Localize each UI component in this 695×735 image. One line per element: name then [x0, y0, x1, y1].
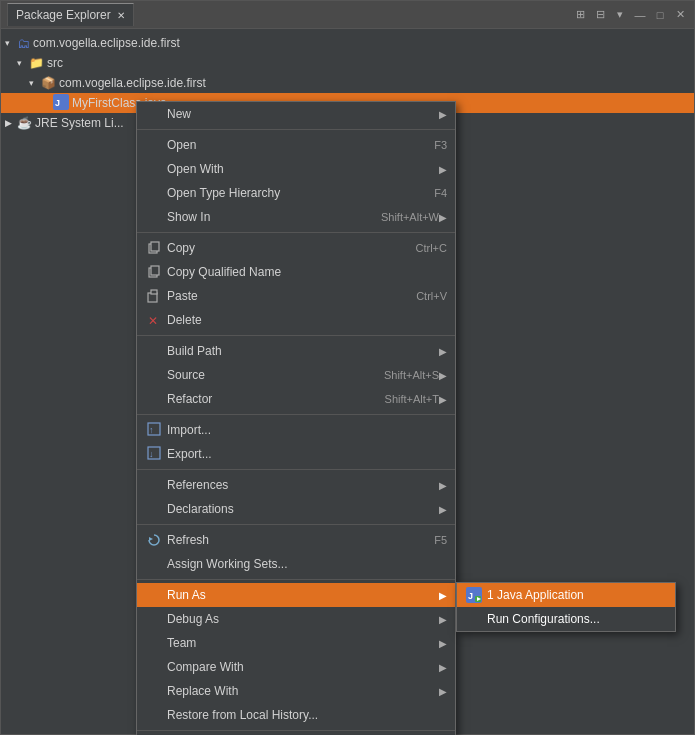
- menu-item-copy-qualified[interactable]: Copy Qualified Name: [137, 260, 455, 284]
- svg-text:✕: ✕: [148, 314, 158, 327]
- submenu-item-java-app[interactable]: J 1 Java Application: [457, 583, 675, 607]
- separator: [137, 579, 455, 580]
- separator: [137, 129, 455, 130]
- view-menu-icon[interactable]: ⊟: [592, 7, 608, 23]
- menu-item-replace-with[interactable]: Replace With ▶: [137, 679, 455, 703]
- tree-item-label: com.vogella.eclipse.ide.first: [59, 76, 206, 90]
- menu-item-show-in[interactable]: Show In Shift+Alt+W ▶: [137, 205, 455, 229]
- menu-label: New: [167, 107, 439, 121]
- source-icon: [145, 366, 163, 384]
- menu-label: Compare With: [167, 660, 439, 674]
- menu-label: Copy: [167, 241, 400, 255]
- menu-label: Declarations: [167, 502, 439, 516]
- maximize-icon[interactable]: □: [652, 7, 668, 23]
- menu-label: Open: [167, 138, 418, 152]
- menu-item-open-with[interactable]: Open With ▶: [137, 157, 455, 181]
- menu-item-build-path[interactable]: Build Path ▶: [137, 339, 455, 363]
- menu-item-new[interactable]: New ▶: [137, 102, 455, 126]
- menu-label: Import...: [167, 423, 447, 437]
- expand-arrow: ▶: [5, 118, 17, 128]
- menu-item-open[interactable]: Open F3: [137, 133, 455, 157]
- menu-label: Open With: [167, 162, 439, 176]
- menu-label: Show In: [167, 210, 365, 224]
- expand-arrow: ▾: [17, 58, 29, 68]
- copy-qualified-icon: [145, 263, 163, 281]
- tree-item-src[interactable]: ▾ 📁 src: [1, 53, 694, 73]
- menu-item-delete[interactable]: ✕ Delete: [137, 308, 455, 332]
- debug-as-icon: [145, 610, 163, 628]
- import-icon: ↑: [145, 421, 163, 439]
- dropdown-icon[interactable]: ▾: [612, 7, 628, 23]
- shortcut: F3: [434, 139, 447, 151]
- menu-item-restore-local[interactable]: Restore from Local History...: [137, 703, 455, 727]
- delete-icon: ✕: [145, 311, 163, 329]
- java-app-icon: J: [465, 586, 483, 604]
- open-with-icon: [145, 160, 163, 178]
- submenu-arrow: ▶: [439, 504, 447, 515]
- separator: [137, 414, 455, 415]
- tree-item-label: com.vogella.eclipse.ide.first: [33, 36, 180, 50]
- menu-item-references[interactable]: References ▶: [137, 473, 455, 497]
- separator: [137, 469, 455, 470]
- menu-item-import[interactable]: ↑ Import...: [137, 418, 455, 442]
- shortcut: F5: [434, 534, 447, 546]
- submenu-arrow: ▶: [439, 614, 447, 625]
- paste-icon: [145, 287, 163, 305]
- menu-label: Build Path: [167, 344, 439, 358]
- references-icon: [145, 476, 163, 494]
- tab-close-icon[interactable]: ✕: [117, 10, 125, 21]
- tree-item-project[interactable]: ▾ 🗂 com.vogella.eclipse.ide.first: [1, 33, 694, 53]
- menu-item-open-type-hierarchy[interactable]: Open Type Hierarchy F4: [137, 181, 455, 205]
- copy-icon: [145, 239, 163, 257]
- shortcut: Shift+Alt+W: [381, 211, 439, 223]
- titlebar-left: Package Explorer ✕: [7, 3, 134, 26]
- run-as-icon: [145, 586, 163, 604]
- menu-label: Delete: [167, 313, 447, 327]
- tree-item-label: JRE System Li...: [35, 116, 124, 130]
- submenu-arrow: ▶: [439, 638, 447, 649]
- menu-label: Debug As: [167, 612, 439, 626]
- menu-item-refactor[interactable]: Refactor Shift+Alt+T ▶: [137, 387, 455, 411]
- menu-item-team[interactable]: Team ▶: [137, 631, 455, 655]
- menu-label: Copy Qualified Name: [167, 265, 447, 279]
- separator: [137, 524, 455, 525]
- shortcut: F4: [434, 187, 447, 199]
- menu-item-declarations[interactable]: Declarations ▶: [137, 497, 455, 521]
- svg-text:J: J: [468, 591, 473, 601]
- submenu-arrow: ▶: [439, 662, 447, 673]
- separator: [137, 232, 455, 233]
- menu-item-debug-as[interactable]: Debug As ▶: [137, 607, 455, 631]
- menu-item-run-as[interactable]: Run As ▶ J 1 Java Application Run Config…: [137, 583, 455, 607]
- menu-item-refresh[interactable]: Refresh F5: [137, 528, 455, 552]
- shortcut: Shift+Alt+S: [384, 369, 439, 381]
- expand-arrow: ▾: [29, 78, 41, 88]
- menu-label: Assign Working Sets...: [167, 557, 447, 571]
- menu-item-compare-with[interactable]: Compare With ▶: [137, 655, 455, 679]
- submenu-arrow: ▶: [439, 370, 447, 381]
- shortcut: Ctrl+C: [416, 242, 447, 254]
- menu-item-copy[interactable]: Copy Ctrl+C: [137, 236, 455, 260]
- export-icon: ↓: [145, 445, 163, 463]
- run-configs-icon: [465, 610, 483, 628]
- tree-item-package[interactable]: ▾ 📦 com.vogella.eclipse.ide.first: [1, 73, 694, 93]
- svg-rect-5: [151, 266, 159, 275]
- menu-item-export[interactable]: ↓ Export...: [137, 442, 455, 466]
- menu-item-source[interactable]: Source Shift+Alt+S ▶: [137, 363, 455, 387]
- refresh-icon: [145, 531, 163, 549]
- submenu-arrow: ▶: [439, 590, 447, 601]
- compare-with-icon: [145, 658, 163, 676]
- shortcut: Ctrl+V: [416, 290, 447, 302]
- tab-package-explorer[interactable]: Package Explorer ✕: [7, 3, 134, 26]
- menu-label: Restore from Local History...: [167, 708, 447, 722]
- menu-item-assign-working-sets[interactable]: Assign Working Sets...: [137, 552, 455, 576]
- new-window-icon[interactable]: ⊞: [572, 7, 588, 23]
- separator: [137, 335, 455, 336]
- submenu-arrow: ▶: [439, 212, 447, 223]
- minimize-icon[interactable]: —: [632, 7, 648, 23]
- menu-item-paste[interactable]: Paste Ctrl+V: [137, 284, 455, 308]
- submenu-arrow: ▶: [439, 346, 447, 357]
- replace-with-icon: [145, 682, 163, 700]
- submenu-item-run-configs[interactable]: Run Configurations...: [457, 607, 675, 631]
- expand-arrow: ▾: [5, 38, 17, 48]
- close-window-icon[interactable]: ✕: [672, 7, 688, 23]
